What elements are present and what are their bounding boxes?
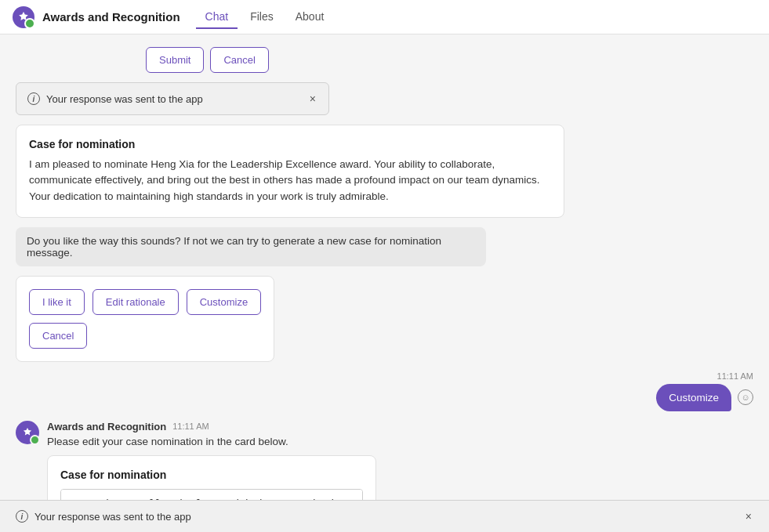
right-row: Customize ☺ xyxy=(656,384,753,411)
nav-files[interactable]: Files xyxy=(241,5,283,29)
action-card: I like it Edit rationale Customize Cance… xyxy=(16,276,274,362)
app-header: Awards and Recognition Chat Files About xyxy=(0,0,769,34)
right-timestamp: 11:11 AM xyxy=(717,371,753,381)
top-submit-button[interactable]: Submit xyxy=(146,47,204,73)
smiley-icon: ☺ xyxy=(738,389,753,405)
nomination-edit-card: Case for nomination communicate effectiv… xyxy=(47,455,376,500)
action-buttons-row: I like it Edit rationale Customize xyxy=(29,289,261,315)
header-nav: Chat Files About xyxy=(196,5,334,29)
bot-avatar xyxy=(16,421,39,444)
nav-chat[interactable]: Chat xyxy=(196,5,238,29)
bottom-info-text: Your response was sent to the app xyxy=(34,511,191,523)
customize-button[interactable]: Customize xyxy=(187,289,261,315)
nav-about[interactable]: About xyxy=(286,5,334,29)
app-icon xyxy=(13,6,34,28)
right-bubble: Customize xyxy=(656,384,731,411)
question-bubble: Do you like the way this sounds? If not … xyxy=(16,227,486,266)
app-title: Awards and Recognition xyxy=(42,10,180,24)
top-info-banner: i Your response was sent to the app × xyxy=(16,82,329,115)
nomination-card-top: Case for nomination I am pleased to nomi… xyxy=(16,125,564,218)
bot-content: Awards and Recognition 11:11 AM Please e… xyxy=(47,421,753,500)
nomination-card-top-title: Case for nomination xyxy=(29,138,551,150)
nomination-edit-card-title: Case for nomination xyxy=(60,469,363,481)
bottom-info-close-button[interactable]: × xyxy=(744,508,753,524)
top-info-close-button[interactable]: × xyxy=(308,91,317,107)
chat-area: Submit Cancel i Your response was sent t… xyxy=(0,34,769,500)
top-info-text: Your response was sent to the app xyxy=(46,93,203,105)
bottom-info-icon: i xyxy=(16,510,28,523)
i-like-it-button[interactable]: I like it xyxy=(29,289,85,315)
right-message-section: 11:11 AM Customize ☺ xyxy=(16,371,753,411)
action-cancel-button[interactable]: Cancel xyxy=(29,323,87,349)
bot-message: Please edit your case nomination in the … xyxy=(47,436,753,447)
bottom-info-banner: i Your response was sent to the app × xyxy=(0,500,769,532)
bot-time: 11:11 AM xyxy=(172,422,209,431)
top-submit-row: Submit Cancel xyxy=(146,47,753,73)
edit-rationale-button[interactable]: Edit rationale xyxy=(92,289,179,315)
nomination-card-top-body: I am pleased to nominate Heng Xia for th… xyxy=(29,157,551,204)
info-icon: i xyxy=(27,92,40,105)
nomination-textarea[interactable]: communicate effectively, and bring out t… xyxy=(60,489,363,500)
bot-name: Awards and Recognition xyxy=(47,421,166,432)
bot-row: Awards and Recognition 11:11 AM Please e… xyxy=(16,421,753,500)
top-cancel-button[interactable]: Cancel xyxy=(210,47,268,73)
